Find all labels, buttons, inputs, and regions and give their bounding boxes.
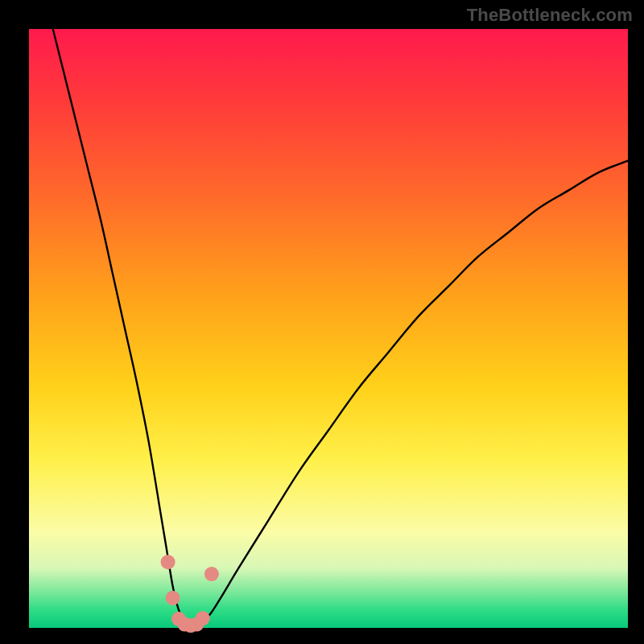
plot-area	[29, 29, 628, 628]
floor-markers-group	[161, 555, 219, 633]
floor-marker	[204, 567, 219, 581]
bottleneck-curve	[53, 29, 628, 628]
outer-frame: TheBottleneck.com	[0, 0, 644, 644]
floor-marker	[166, 591, 180, 605]
watermark-text: TheBottleneck.com	[467, 5, 633, 26]
floor-marker	[196, 611, 210, 625]
floor-marker	[161, 555, 175, 569]
chart-svg	[29, 29, 628, 628]
